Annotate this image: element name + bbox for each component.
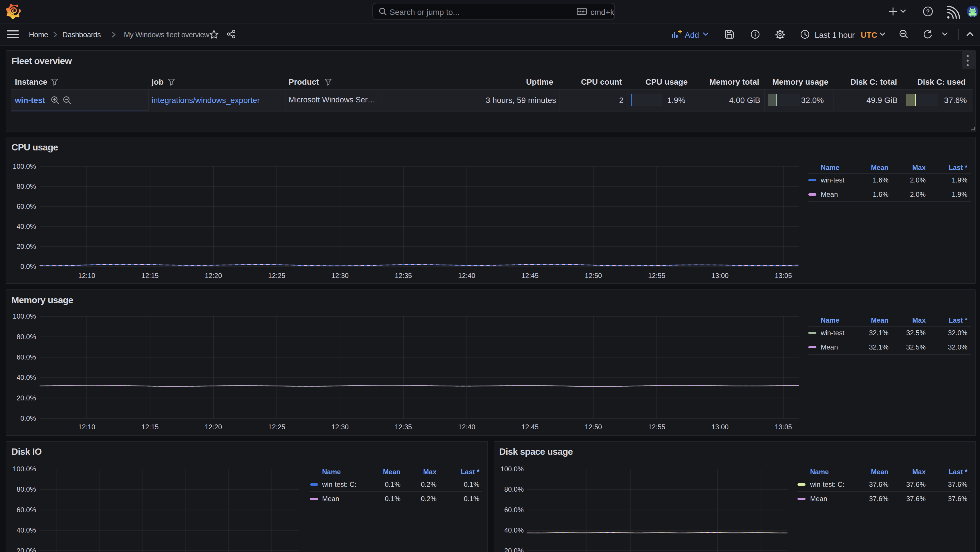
svg-text:?: ?: [926, 8, 930, 14]
